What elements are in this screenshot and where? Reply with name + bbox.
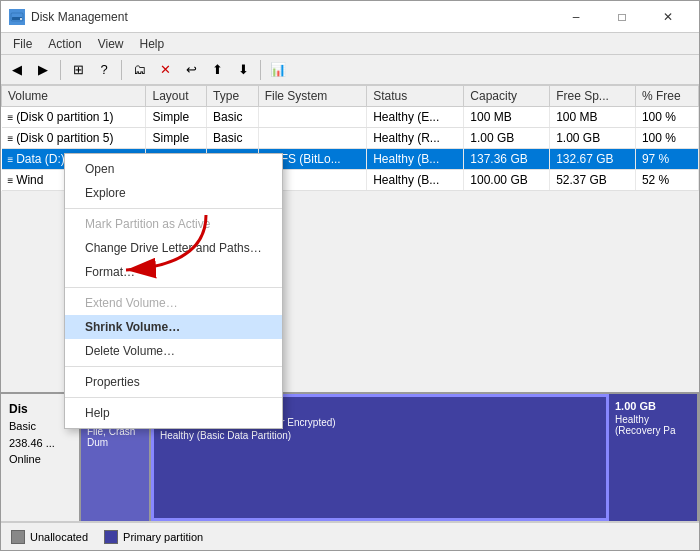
partition-recovery[interactable]: 1.00 GB Healthy (Recovery Pa — [609, 394, 699, 521]
context-menu-item-explore[interactable]: Explore — [65, 181, 282, 205]
table-cell: 137.36 GB — [464, 149, 550, 170]
disk-size: 238.46 ... — [9, 435, 71, 452]
disk-icon: ≡ — [8, 154, 17, 165]
toolbar: ◀ ▶ ⊞ ? 🗂 ✕ ↩ ⬆ ⬇ 📊 — [1, 55, 699, 85]
chart-button[interactable]: 📊 — [266, 58, 290, 82]
table-cell: Healthy (R... — [367, 128, 464, 149]
down-button[interactable]: ⬇ — [231, 58, 255, 82]
window-title: Disk Management — [31, 10, 128, 24]
partition-recovery-detail1: Healthy (Recovery Pa — [615, 414, 691, 436]
table-row[interactable]: ≡ (Disk 0 partition 5)SimpleBasicHealthy… — [2, 128, 699, 149]
table-cell: 100 % — [635, 128, 698, 149]
context-menu-item-properties[interactable]: Properties — [65, 370, 282, 394]
context-menu-item-open[interactable]: Open — [65, 157, 282, 181]
help-button[interactable]: ? — [92, 58, 116, 82]
table-cell: Healthy (B... — [367, 149, 464, 170]
col-layout: Layout — [146, 86, 207, 107]
table-cell: 100 MB — [464, 107, 550, 128]
table-cell — [258, 128, 367, 149]
table-cell: Basic — [207, 107, 259, 128]
title-bar-left: Disk Management — [9, 9, 128, 25]
menu-file[interactable]: File — [5, 35, 40, 53]
context-menu-separator — [65, 366, 282, 367]
minimize-button[interactable]: – — [553, 1, 599, 33]
undo-button[interactable]: ↩ — [179, 58, 203, 82]
context-menu-separator — [65, 397, 282, 398]
legend-unallocated-box — [11, 530, 25, 544]
legend-unallocated: Unallocated — [11, 530, 88, 544]
table-cell: 52 % — [635, 170, 698, 191]
toolbar-separator-1 — [60, 60, 61, 80]
col-type: Type — [207, 86, 259, 107]
context-menu-separator — [65, 208, 282, 209]
main-content: Volume Layout Type File System Status Ca… — [1, 85, 699, 550]
table-cell: ≡ (Disk 0 partition 5) — [2, 128, 146, 149]
toolbar-separator-2 — [121, 60, 122, 80]
toolbar-separator-3 — [260, 60, 261, 80]
context-menu-item-extend-volume: Extend Volume… — [65, 291, 282, 315]
context-menu-item-shrink-volume[interactable]: Shrink Volume… — [65, 315, 282, 339]
disk-icon: ≡ — [8, 112, 17, 123]
table-cell: 100 % — [635, 107, 698, 128]
col-freespace: Free Sp... — [550, 86, 636, 107]
table-cell: Simple — [146, 107, 207, 128]
col-volume: Volume — [2, 86, 146, 107]
context-menu-item-mark-partition-as-active: Mark Partition as Active — [65, 212, 282, 236]
table-cell: Healthy (E... — [367, 107, 464, 128]
delete-button[interactable]: ✕ — [153, 58, 177, 82]
forward-button[interactable]: ▶ — [31, 58, 55, 82]
table-row[interactable]: ≡ (Disk 0 partition 1)SimpleBasicHealthy… — [2, 107, 699, 128]
table-cell: Basic — [207, 128, 259, 149]
table-cell: 1.00 GB — [550, 128, 636, 149]
grid-button[interactable]: ⊞ — [66, 58, 90, 82]
context-menu-item-delete-volume[interactable]: Delete Volume… — [65, 339, 282, 363]
context-menu: OpenExploreMark Partition as ActiveChang… — [64, 153, 283, 429]
col-status: Status — [367, 86, 464, 107]
table-cell: Simple — [146, 128, 207, 149]
col-capacity: Capacity — [464, 86, 550, 107]
table-cell: 97 % — [635, 149, 698, 170]
legend-primary-box — [104, 530, 118, 544]
window-controls: – □ ✕ — [553, 1, 691, 33]
partition-system-detail2: File, Crash Dum — [87, 426, 143, 448]
disk-status: Online — [9, 451, 71, 468]
table-cell: 100 MB — [550, 107, 636, 128]
menu-view[interactable]: View — [90, 35, 132, 53]
menu-bar: File Action View Help — [1, 33, 699, 55]
partition-data-detail2: Healthy (Basic Data Partition) — [160, 430, 600, 441]
menu-action[interactable]: Action — [40, 35, 89, 53]
table-cell: 52.37 GB — [550, 170, 636, 191]
legend-primary-label: Primary partition — [123, 531, 203, 543]
back-button[interactable]: ◀ — [5, 58, 29, 82]
context-menu-item-format[interactable]: Format… — [65, 260, 282, 284]
table-cell: 100.00 GB — [464, 170, 550, 191]
table-cell: Healthy (B... — [367, 170, 464, 191]
legend: Unallocated Primary partition — [1, 522, 699, 550]
disk-icon: ≡ — [8, 175, 17, 186]
folder-button[interactable]: 🗂 — [127, 58, 151, 82]
svg-point-2 — [20, 18, 22, 20]
app-icon — [9, 9, 25, 25]
col-filesystem: File System — [258, 86, 367, 107]
maximize-button[interactable]: □ — [599, 1, 645, 33]
context-menu-item-help[interactable]: Help — [65, 401, 282, 425]
context-menu-item-change-drive-letter-and-paths[interactable]: Change Drive Letter and Paths… — [65, 236, 282, 260]
disk-type: Basic — [9, 418, 71, 435]
disk-icon: ≡ — [8, 133, 17, 144]
table-cell — [258, 107, 367, 128]
table-cell: 132.67 GB — [550, 149, 636, 170]
close-button[interactable]: ✕ — [645, 1, 691, 33]
legend-unallocated-label: Unallocated — [30, 531, 88, 543]
menu-help[interactable]: Help — [132, 35, 173, 53]
title-bar: Disk Management – □ ✕ — [1, 1, 699, 33]
col-percentfree: % Free — [635, 86, 698, 107]
disk-name: Dis — [9, 400, 71, 418]
table-cell: ≡ (Disk 0 partition 1) — [2, 107, 146, 128]
table-cell: 1.00 GB — [464, 128, 550, 149]
context-menu-separator — [65, 287, 282, 288]
disk-management-window: Disk Management – □ ✕ File Action View H… — [0, 0, 700, 551]
legend-primary: Primary partition — [104, 530, 203, 544]
up-button[interactable]: ⬆ — [205, 58, 229, 82]
partition-recovery-label: 1.00 GB — [615, 400, 691, 412]
